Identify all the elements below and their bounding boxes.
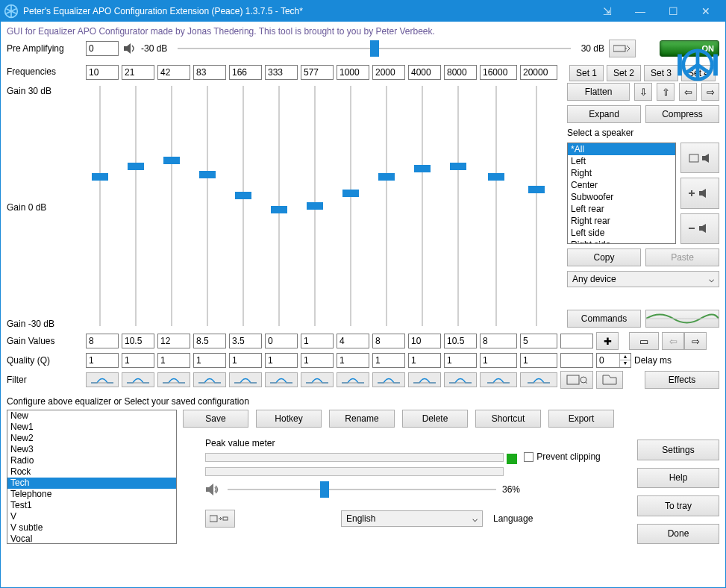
delay-up-button[interactable]: ▲ [620,354,630,360]
speaker-item-subwoofer[interactable]: Subwoofer [568,191,675,203]
quality-input-11[interactable] [480,353,517,368]
speaker-item-leftrear[interactable]: Left rear [568,203,675,215]
quality-input-9[interactable] [408,353,441,368]
config-item[interactable]: New3 [7,444,176,455]
speaker-item-leftside[interactable]: Left side [568,227,675,239]
quality-input-7[interactable] [337,353,369,368]
speaker-item-left[interactable]: Left [568,155,675,167]
freq-input-9[interactable] [408,65,441,80]
settings-button[interactable]: Settings [637,440,719,460]
freq-input-2[interactable] [157,65,190,80]
device-combo[interactable]: Any device⌵ [567,271,719,287]
totray-button[interactable]: To tray [637,495,719,516]
gain-input-5[interactable] [265,334,298,348]
gain-input-0[interactable] [86,334,119,348]
filter-cell-5[interactable] [265,372,298,387]
language-combo[interactable]: English⌵ [341,510,483,527]
expand-button[interactable]: Expand [567,105,641,123]
extra-q-input[interactable] [560,353,593,368]
config-item[interactable]: New2 [7,433,176,444]
eq-slider-9[interactable] [406,83,439,329]
gain-input-8[interactable] [372,334,405,348]
shortcut-button[interactable]: Shortcut [475,410,541,428]
compress-button[interactable]: Compress [645,105,719,123]
preamp-level-button[interactable] [609,40,636,57]
gain-input-3[interactable] [193,334,226,348]
done-button[interactable]: Done [637,524,719,545]
quality-input-5[interactable] [265,353,298,368]
quality-input-6[interactable] [301,353,334,368]
delay-input[interactable] [597,355,619,366]
freq-input-1[interactable] [122,65,154,80]
freq-input-11[interactable] [480,65,517,80]
config-item[interactable]: Rock [7,466,176,478]
filter-cell-1[interactable] [122,372,154,387]
delay-down-button[interactable]: ▼ [620,360,630,367]
minimize-button[interactable]: — [624,1,657,22]
speaker-item-center[interactable]: Center [568,179,675,191]
freq-input-12[interactable] [520,65,557,80]
quality-input-10[interactable] [444,353,477,368]
gain-input-6[interactable] [301,334,334,348]
config-item[interactable]: Radio [7,455,176,466]
eq-slider-10[interactable] [442,83,475,329]
quality-input-0[interactable] [86,353,119,368]
set1-button[interactable]: Set 1 [569,65,604,81]
volume-slider[interactable] [228,484,496,495]
speaker-item-rightside[interactable]: Right side [568,239,675,244]
quality-input-8[interactable] [372,353,405,368]
hotkey-button[interactable]: Hotkey [256,410,322,428]
config-item[interactable]: Telephone [7,489,176,500]
freq-input-10[interactable] [444,65,477,80]
help-button[interactable]: Help [637,468,719,489]
freq-input-4[interactable] [229,65,262,80]
freq-input-8[interactable] [372,65,405,80]
prevent-clipping-checkbox[interactable]: Prevent clipping [524,451,600,462]
flatten-button[interactable]: Flatten [567,83,630,101]
arrow-right-button[interactable]: ⇨ [701,83,719,101]
eq-slider-8[interactable] [370,83,403,329]
filter-cell-7[interactable] [337,372,369,387]
freq-input-0[interactable] [86,65,119,80]
maximize-button[interactable]: ☐ [657,1,689,22]
export-button[interactable]: Export [548,410,614,428]
paste-button[interactable]: Paste [645,248,719,266]
window-mode-button[interactable] [205,510,235,528]
filter-cell-6[interactable] [301,372,334,387]
filter-cell-2[interactable] [157,372,190,387]
eq-slider-11[interactable] [478,83,515,329]
arrow-left-button[interactable]: ⇦ [679,83,697,101]
filter-cell-0[interactable] [86,372,119,387]
export-window-icon[interactable]: ⇲ [591,1,624,22]
arrow-down-button[interactable]: ⇩ [634,83,652,101]
gain-add-button[interactable]: ✚ [596,332,619,350]
config-item[interactable]: V [7,511,176,522]
config-item[interactable]: Test1 [7,500,176,511]
close-button[interactable]: ✕ [689,1,722,22]
config-item[interactable]: New1 [7,422,176,433]
speaker-item-right[interactable]: Right [568,167,675,179]
preamp-speaker-icon[interactable] [123,43,137,54]
set3-button[interactable]: Set 3 [644,65,678,81]
filter-cell-10[interactable] [444,372,477,387]
gain-input-9[interactable] [408,334,441,348]
eq-slider-12[interactable] [518,83,555,329]
filter-cell-9[interactable] [408,372,441,387]
preamp-input[interactable] [86,41,119,56]
filter-inspect-button[interactable] [560,371,593,389]
effects-button[interactable]: Effects [645,371,719,389]
gain-remove-button[interactable]: ▭ [629,332,659,350]
config-list[interactable]: New New1 New2 New3 Radio Rock Tech Telep… [7,410,177,544]
gain-input-12[interactable] [520,334,557,348]
speaker-item-all[interactable]: *All [568,143,675,155]
quality-input-4[interactable] [229,353,262,368]
copy-button[interactable]: Copy [567,248,641,266]
config-item[interactable]: New [7,410,176,422]
filter-cell-8[interactable] [372,372,405,387]
freq-input-6[interactable] [301,65,334,80]
preamp-slider[interactable] [178,43,570,54]
commands-button[interactable]: Commands [567,310,641,328]
speaker-list[interactable]: *All Left Right Center Subwoofer Left re… [567,143,676,244]
eq-slider-0[interactable] [84,83,116,329]
filter-cell-4[interactable] [229,372,262,387]
